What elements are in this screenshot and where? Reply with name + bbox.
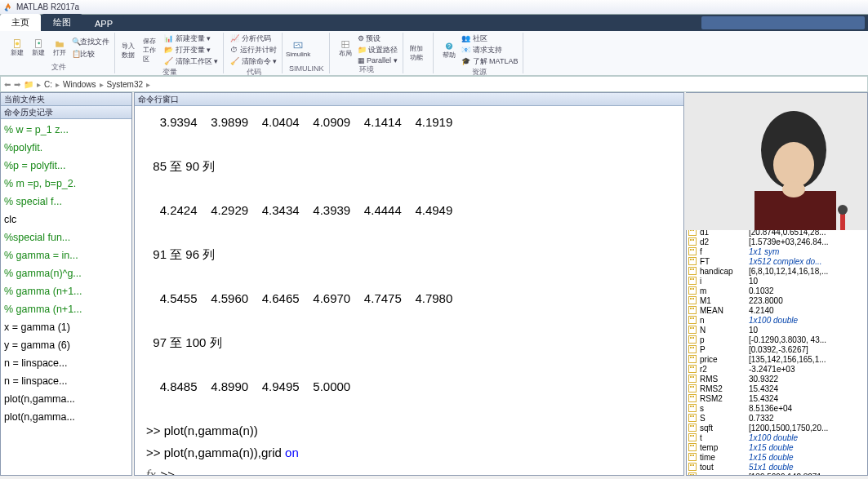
workspace-row[interactable]: RMS215.4324 bbox=[688, 384, 866, 393]
history-list[interactable]: % w = p_1 z...%polyfit.%p = polyfit...% … bbox=[1, 119, 131, 475]
workspace-row[interactable]: N10 bbox=[688, 325, 866, 335]
workspace-row[interactable]: n1x100 double bbox=[688, 315, 866, 325]
workspace-row[interactable]: p[-0.1290,3.8030, 43... bbox=[688, 335, 866, 344]
history-item[interactable]: plot(n,gamma... bbox=[4, 390, 128, 408]
workspace-row[interactable]: f1x1 sym bbox=[688, 246, 866, 256]
open-button[interactable]: 打开 bbox=[51, 39, 69, 57]
history-item[interactable]: % w = p_1 z... bbox=[4, 121, 128, 139]
var-icon bbox=[688, 326, 698, 334]
workspace-row[interactable]: s8.5136e+04 bbox=[688, 403, 866, 413]
ribbon-resources: ?帮助 👥 社区 📧 请求支持 🎓 了解 MATLAB 资源 bbox=[435, 33, 523, 73]
workspace-pane: 工作区 名称 a1AAvb3.8030c-43.1778d300.5634d1[… bbox=[686, 92, 868, 476]
svg-rect-39 bbox=[692, 249, 694, 251]
support-button[interactable]: 📧 请求支持 bbox=[461, 45, 518, 55]
workspace-row[interactable]: sqft[1200,1500,1750,20... bbox=[688, 423, 866, 432]
var-icon bbox=[688, 257, 698, 265]
workspace-row[interactable]: RSM215.4324 bbox=[688, 393, 866, 403]
output-row: 4.8485 4.8990 4.9495 5.0000 bbox=[146, 375, 672, 397]
clear-cmd-button[interactable]: 🧹 清除命令 ▾ bbox=[230, 56, 277, 67]
history-item[interactable]: clc bbox=[4, 211, 128, 228]
workspace-row[interactable]: t1x100 double bbox=[688, 432, 866, 442]
breadcrumb[interactable]: ⬅ ➡ 📁 ▸ C: ▸ Windows ▸ System32 ▸ bbox=[0, 76, 868, 92]
history-item[interactable]: % gamma (n+1... bbox=[4, 282, 128, 300]
var-icon bbox=[688, 277, 698, 285]
history-item[interactable]: % gamma (n+1... bbox=[4, 300, 128, 318]
history-item[interactable]: x = gamma (1) bbox=[4, 318, 128, 336]
history-item[interactable]: % gamma = in... bbox=[4, 246, 128, 264]
workspace-row[interactable]: d2[1.5739e+03,246.84... bbox=[688, 237, 866, 246]
output-row: 4.2424 4.2929 4.3434 4.3939 4.4444 4.494… bbox=[146, 199, 672, 221]
history-item[interactable]: n = linspace... bbox=[4, 354, 128, 372]
simulink-button[interactable]: Simulink bbox=[289, 40, 307, 58]
analyze-button[interactable]: 📈 分析代码 bbox=[230, 33, 277, 44]
workspace-row[interactable]: m0.1032 bbox=[688, 286, 866, 295]
new-script-button[interactable]: 新建 bbox=[8, 39, 26, 57]
parallel-button[interactable]: ▦ Parallel ▾ bbox=[358, 56, 398, 64]
svg-rect-49 bbox=[689, 287, 697, 295]
workspace-row[interactable]: handicap[6,8,10,12,14,16,18,... bbox=[688, 266, 866, 276]
find-files-button[interactable]: 🔍查找文件 bbox=[72, 37, 109, 47]
history-item[interactable]: % m =p, b=p_2. bbox=[4, 175, 128, 193]
var-icon bbox=[688, 306, 698, 314]
workspace-row[interactable]: w[139.5699,142.8071... bbox=[688, 472, 866, 475]
var-value: [6,8,10,12,14,16,18,... bbox=[749, 267, 866, 276]
clear-ws-button[interactable]: 🧹 清除工作区 ▾ bbox=[164, 56, 218, 67]
tab-plot[interactable]: 绘图 bbox=[42, 14, 82, 31]
import-button[interactable]: 导入数据 bbox=[122, 42, 140, 60]
layout-button[interactable]: 布局 bbox=[336, 40, 354, 58]
workspace-row[interactable]: temp1x15 double bbox=[688, 442, 866, 452]
community-button[interactable]: 👥 社区 bbox=[461, 33, 518, 44]
save-ws-button[interactable]: 保存工作区 bbox=[143, 42, 161, 60]
svg-point-1 bbox=[16, 42, 19, 45]
workspace-row[interactable]: M1223.8000 bbox=[688, 295, 866, 305]
workspace-row[interactable]: time1x15 double bbox=[688, 452, 866, 462]
svg-rect-108 bbox=[692, 474, 694, 475]
var-icon bbox=[688, 443, 698, 451]
open-var-button[interactable]: 📂 打开变量 ▾ bbox=[164, 45, 218, 55]
learn-button[interactable]: 🎓 了解 MATLAB bbox=[461, 56, 518, 67]
history-item[interactable]: y = gamma (6) bbox=[4, 336, 128, 354]
svg-rect-46 bbox=[689, 277, 697, 285]
workspace-row[interactable]: r2-3.2471e+03 bbox=[688, 364, 866, 374]
svg-rect-105 bbox=[692, 464, 694, 466]
run-time-button[interactable]: ⏱ 运行并计时 bbox=[230, 45, 277, 55]
nav-fwd-icon[interactable]: ➡ bbox=[14, 80, 20, 89]
nav-back-icon[interactable]: ⬅ bbox=[4, 80, 11, 89]
tab-app[interactable]: APP bbox=[83, 16, 124, 31]
command-window[interactable]: 3.9394 3.9899 4.0404 4.0909 4.1414 4.191… bbox=[135, 106, 683, 475]
history-item[interactable]: plot(n,gamma... bbox=[4, 408, 128, 426]
svg-rect-51 bbox=[692, 288, 694, 290]
workspace-row[interactable]: FT1x512 complex do... bbox=[688, 256, 866, 266]
new-var-button[interactable]: 📊 新建变量 ▾ bbox=[164, 33, 218, 44]
quick-access[interactable] bbox=[701, 16, 865, 29]
var-name: tout bbox=[700, 463, 749, 472]
workspace-row[interactable]: P[0.0392,-3.6267] bbox=[688, 344, 866, 354]
setpath-button[interactable]: 📁 设置路径 bbox=[358, 45, 398, 55]
cmd-prompt[interactable]: fx>> bbox=[146, 463, 672, 475]
history-item[interactable]: %p = polyfit... bbox=[4, 157, 128, 175]
history-item[interactable]: n = linspace... bbox=[4, 372, 128, 390]
compare-button[interactable]: 📋比较 bbox=[72, 49, 109, 60]
history-item[interactable]: %special fun... bbox=[4, 228, 128, 246]
svg-rect-62 bbox=[690, 327, 692, 329]
breadcrumb-part[interactable]: Windows bbox=[63, 80, 96, 89]
workspace-row[interactable]: RMS30.9322 bbox=[688, 374, 866, 384]
svg-rect-67 bbox=[689, 346, 697, 353]
breadcrumb-part[interactable]: C: bbox=[44, 80, 52, 89]
ribbon-tabs: 主页 绘图 APP bbox=[0, 15, 868, 31]
tab-home[interactable]: 主页 bbox=[0, 14, 41, 31]
help-button[interactable]: ?帮助 bbox=[440, 42, 458, 60]
workspace-row[interactable]: i10 bbox=[688, 276, 866, 286]
addon-button[interactable]: 附加功能 bbox=[410, 44, 428, 62]
history-item[interactable]: % gamma(n)^g... bbox=[4, 264, 128, 282]
pref-button[interactable]: ⚙ 预设 bbox=[358, 33, 398, 44]
history-item[interactable]: %polyfit. bbox=[4, 139, 128, 157]
workspace-row[interactable]: tout51x1 double bbox=[688, 462, 866, 472]
svg-rect-92 bbox=[690, 425, 692, 427]
workspace-row[interactable]: MEAN4.2140 bbox=[688, 305, 866, 315]
new-button[interactable]: 新建 bbox=[29, 39, 47, 57]
workspace-row[interactable]: price[135,142,156,165,1... bbox=[688, 354, 866, 364]
breadcrumb-part[interactable]: System32 bbox=[107, 80, 143, 89]
history-item[interactable]: % special f... bbox=[4, 193, 128, 211]
workspace-row[interactable]: S0.7332 bbox=[688, 413, 866, 423]
